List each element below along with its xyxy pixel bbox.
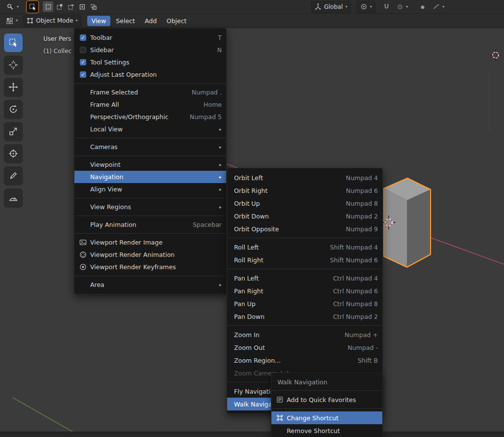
menu-item-roll-left[interactable]: Roll Left Shift Numpad 4 bbox=[227, 241, 382, 253]
menu-item-label: Frame All bbox=[90, 101, 119, 108]
menu-item-add-to-quick-favorites[interactable]: Add to Quick Favorites bbox=[271, 393, 382, 406]
menu-item-orbit-down[interactable]: Orbit Down Numpad 2 bbox=[227, 210, 382, 222]
menu-item-label: Toolbar bbox=[90, 34, 112, 41]
menu-separator bbox=[271, 390, 382, 391]
menu-item-label: Pan Up bbox=[234, 300, 256, 308]
menu-item-area[interactable]: Area ▸ bbox=[74, 279, 226, 291]
menu-item-viewpoint[interactable]: Viewpoint ▸ bbox=[74, 158, 226, 171]
menu-item-perspective-orthographic[interactable]: Perspective/Orthographic Numpad 5 bbox=[74, 111, 226, 123]
menu-item-navigation[interactable]: Navigation ▸ bbox=[74, 171, 226, 183]
checkbox-unchecked-icon bbox=[80, 47, 86, 53]
menu-item-pan-up[interactable]: Pan Up Ctrl Numpad 8 bbox=[227, 297, 382, 310]
tool-transform-button[interactable] bbox=[4, 144, 23, 163]
menu-item-viewport-render-image[interactable]: Viewport Render Image bbox=[74, 236, 226, 249]
chevron-down-icon: ▾ bbox=[345, 5, 347, 9]
menu-item-orbit-right[interactable]: Orbit Right Numpad 6 bbox=[227, 184, 382, 197]
menu-item-view-regions[interactable]: View Regions ▸ bbox=[74, 201, 226, 213]
menu-item-remove-shortcut[interactable]: Remove Shortcut bbox=[271, 424, 382, 437]
viewport-gizmo-icon[interactable] bbox=[490, 50, 501, 61]
tool-measure-button[interactable] bbox=[4, 188, 23, 207]
menu-item-viewport-render-keyframes[interactable]: Viewport Render Keyframes bbox=[74, 261, 226, 273]
walk-navigation-context-menu: Walk Navigation Add to Quick Favorites C… bbox=[271, 373, 383, 437]
quick-favorites-icon bbox=[276, 396, 283, 403]
shortcut-key-icon bbox=[276, 414, 283, 421]
tool-select-box-button[interactable] bbox=[4, 33, 23, 52]
menu-item-pan-left[interactable]: Pan Left Ctrl Numpad 4 bbox=[227, 272, 382, 284]
editor-type-selector[interactable]: ▾ bbox=[2, 15, 21, 27]
snap-settings-dropdown[interactable]: ▾ bbox=[393, 1, 411, 13]
menu-view[interactable]: View bbox=[87, 16, 111, 26]
proportional-falloff-dropdown[interactable]: ▾ bbox=[429, 1, 448, 13]
menu-item-label: Remove Shortcut bbox=[287, 427, 340, 435]
submenu-arrow-icon: ▸ bbox=[219, 144, 222, 150]
tool-cursor-button[interactable] bbox=[4, 56, 23, 74]
menu-item-zoom-in[interactable]: Zoom In Numpad + bbox=[227, 328, 382, 341]
menu-item-label: Play Animation bbox=[90, 221, 136, 228]
select-mode-intersect-button[interactable] bbox=[88, 1, 99, 12]
menu-item-shortcut: Ctrl Numpad 2 bbox=[321, 313, 378, 320]
submenu-arrow-icon: ▸ bbox=[219, 162, 222, 167]
menu-item-change-shortcut[interactable]: Change Shortcut bbox=[271, 411, 382, 424]
select-mode-subtract-icon bbox=[67, 3, 74, 10]
submenu-arrow-icon: ▸ bbox=[219, 204, 222, 210]
menu-separator bbox=[74, 138, 226, 138]
select-mode-group bbox=[43, 1, 99, 12]
menu-item-orbit-left[interactable]: Orbit Left Numpad 4 bbox=[227, 171, 382, 184]
menu-item-cameras[interactable]: Cameras ▸ bbox=[74, 141, 226, 153]
menu-item-sidebar[interactable]: Sidebar N bbox=[74, 44, 226, 56]
move-icon bbox=[8, 82, 18, 92]
menu-separator bbox=[74, 233, 226, 234]
menu-item-pan-down[interactable]: Pan Down Ctrl Numpad 2 bbox=[227, 310, 382, 323]
falloff-curve-icon bbox=[433, 3, 440, 10]
select-mode-new-button[interactable] bbox=[43, 1, 53, 12]
mode-selector-dropdown[interactable]: Object Mode ▾ bbox=[23, 15, 81, 27]
cube-object[interactable] bbox=[384, 178, 431, 267]
viewport-editor-icon bbox=[6, 17, 13, 25]
menubar: View Select Add Object bbox=[87, 16, 191, 26]
tool-annotate-button[interactable] bbox=[4, 166, 23, 185]
menu-item-adjust-last-operation[interactable]: ✓ Adjust Last Operation bbox=[74, 68, 226, 81]
menu-item-orbit-up[interactable]: Orbit Up Numpad 8 bbox=[227, 197, 382, 210]
proportional-editing-toggle[interactable]: ● bbox=[417, 1, 428, 12]
select-mode-subtract-button[interactable] bbox=[66, 1, 76, 12]
menu-item-align-view[interactable]: Align View ▸ bbox=[74, 183, 226, 195]
select-mode-intersect-icon bbox=[90, 3, 97, 10]
topbar: ▾ bbox=[0, 0, 504, 14]
menu-select[interactable]: Select bbox=[111, 16, 139, 26]
tool-move-button[interactable] bbox=[4, 78, 23, 96]
menu-item-label: Change Shortcut bbox=[287, 414, 338, 422]
select-mode-invert-button[interactable] bbox=[77, 1, 87, 12]
menu-item-shortcut: Ctrl Numpad 8 bbox=[321, 300, 378, 308]
snap-toggle-button[interactable] bbox=[381, 1, 392, 12]
menu-item-viewport-render-animation[interactable]: Viewport Render Animation bbox=[74, 249, 226, 261]
rotate-icon bbox=[8, 104, 18, 114]
menu-add[interactable]: Add bbox=[140, 16, 161, 26]
menu-item-frame-selected[interactable]: Frame Selected Numpad . bbox=[74, 86, 226, 98]
menu-item-zoom-region[interactable]: Zoom Region... Shift B bbox=[227, 354, 382, 367]
menu-item-toolbar[interactable]: ✓ Toolbar T bbox=[74, 31, 226, 44]
transform-orientation-dropdown[interactable]: Global ▾ bbox=[311, 1, 351, 13]
menu-separator bbox=[74, 83, 226, 84]
menu-item-label: Cameras bbox=[90, 143, 118, 151]
orientation-global-icon bbox=[314, 3, 322, 10]
chevron-down-icon: ▾ bbox=[76, 19, 78, 23]
menu-item-play-animation[interactable]: Play Animation Spacebar bbox=[74, 218, 226, 231]
pivot-point-icon bbox=[360, 3, 368, 10]
editor-type-button[interactable]: ▾ bbox=[3, 1, 22, 13]
menu-item-local-view[interactable]: Local View ▸ bbox=[74, 123, 226, 135]
active-tool-button[interactable] bbox=[26, 0, 39, 13]
tool-rotate-button[interactable] bbox=[4, 100, 23, 119]
menu-item-label: Navigation bbox=[90, 173, 123, 181]
render-image-icon bbox=[79, 239, 87, 246]
menu-item-frame-all[interactable]: Frame All Home bbox=[74, 98, 226, 111]
menu-item-orbit-opposite[interactable]: Orbit Opposite Numpad 9 bbox=[227, 222, 382, 235]
menu-object[interactable]: Object bbox=[162, 16, 191, 26]
menu-item-roll-right[interactable]: Roll Right Shift Numpad 6 bbox=[227, 253, 382, 266]
menu-item-tool-settings[interactable]: ✓ Tool Settings bbox=[74, 56, 226, 68]
select-mode-extend-button[interactable] bbox=[54, 1, 65, 12]
pivot-point-dropdown[interactable]: ▾ bbox=[357, 1, 375, 13]
tool-scale-button[interactable] bbox=[4, 122, 23, 141]
menu-item-label: Viewport Render Animation bbox=[90, 251, 174, 258]
menu-item-zoom-out[interactable]: Zoom Out Numpad - bbox=[227, 341, 382, 354]
menu-item-pan-right[interactable]: Pan Right Ctrl Numpad 6 bbox=[227, 284, 382, 297]
